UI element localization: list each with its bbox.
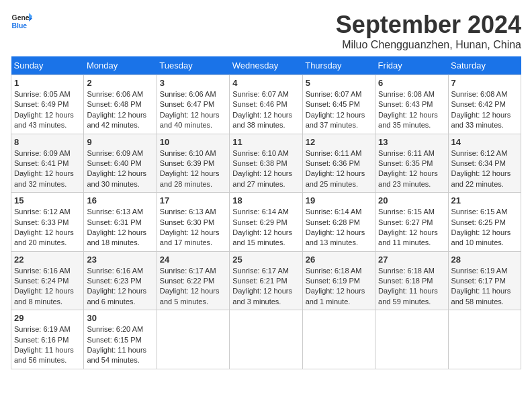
- day-info: Sunrise: 6:08 AM Sunset: 6:42 PM Dayligh…: [451, 89, 518, 131]
- day-number: 21: [451, 195, 518, 205]
- calendar-cell: 14 Sunrise: 6:12 AM Sunset: 6:34 PM Dayl…: [448, 134, 521, 193]
- calendar-cell: 29 Sunrise: 6:19 AM Sunset: 6:16 PM Dayl…: [11, 310, 84, 369]
- calendar-cell: 19 Sunrise: 6:14 AM Sunset: 6:28 PM Dayl…: [302, 193, 375, 252]
- day-number: 1: [14, 78, 81, 88]
- day-info: Sunrise: 6:15 AM Sunset: 6:25 PM Dayligh…: [451, 207, 518, 248]
- location-title: Miluo Chengguanzhen, Hunan, China: [336, 39, 521, 51]
- day-info: Sunrise: 6:09 AM Sunset: 6:41 PM Dayligh…: [14, 148, 81, 190]
- calendar-cell: 11 Sunrise: 6:10 AM Sunset: 6:38 PM Dayl…: [230, 134, 302, 193]
- day-info: Sunrise: 6:15 AM Sunset: 6:27 PM Dayligh…: [378, 207, 445, 248]
- day-info: Sunrise: 6:11 AM Sunset: 6:36 PM Dayligh…: [306, 148, 372, 190]
- day-info: Sunrise: 6:18 AM Sunset: 6:18 PM Dayligh…: [378, 266, 445, 308]
- day-number: 5: [306, 78, 372, 88]
- day-number: 6: [378, 78, 445, 88]
- day-number: 26: [306, 255, 372, 265]
- calendar-cell: 30 Sunrise: 6:20 AM Sunset: 6:15 PM Dayl…: [84, 310, 157, 369]
- day-info: Sunrise: 6:13 AM Sunset: 6:30 PM Dayligh…: [160, 207, 226, 248]
- calendar-cell: 13 Sunrise: 6:11 AM Sunset: 6:35 PM Dayl…: [375, 134, 448, 193]
- calendar-week-row: 8 Sunrise: 6:09 AM Sunset: 6:41 PM Dayli…: [11, 134, 521, 193]
- calendar-cell: 2 Sunrise: 6:06 AM Sunset: 6:48 PM Dayli…: [84, 75, 157, 134]
- weekday-header: Monday: [84, 56, 157, 75]
- day-info: Sunrise: 6:12 AM Sunset: 6:34 PM Dayligh…: [451, 148, 518, 190]
- day-number: 27: [378, 255, 445, 265]
- calendar-cell: 26 Sunrise: 6:18 AM Sunset: 6:19 PM Dayl…: [302, 251, 375, 310]
- calendar-cell: 1 Sunrise: 6:05 AM Sunset: 6:49 PM Dayli…: [11, 75, 84, 134]
- day-info: Sunrise: 6:12 AM Sunset: 6:33 PM Dayligh…: [14, 207, 81, 248]
- calendar-cell: [230, 310, 302, 369]
- day-number: 30: [87, 313, 153, 323]
- logo: General Blue: [11, 11, 32, 32]
- day-info: Sunrise: 6:14 AM Sunset: 6:29 PM Dayligh…: [232, 207, 299, 248]
- calendar-cell: 7 Sunrise: 6:08 AM Sunset: 6:42 PM Dayli…: [448, 75, 521, 134]
- day-info: Sunrise: 6:11 AM Sunset: 6:35 PM Dayligh…: [378, 148, 445, 190]
- day-number: 22: [14, 255, 81, 265]
- calendar-week-row: 22 Sunrise: 6:16 AM Sunset: 6:24 PM Dayl…: [11, 251, 521, 310]
- calendar-cell: [302, 310, 375, 369]
- day-number: 7: [451, 78, 518, 88]
- calendar-cell: 15 Sunrise: 6:12 AM Sunset: 6:33 PM Dayl…: [11, 193, 84, 252]
- calendar-cell: 24 Sunrise: 6:17 AM Sunset: 6:22 PM Dayl…: [157, 251, 229, 310]
- calendar-table: SundayMondayTuesdayWednesdayThursdayFrid…: [11, 56, 521, 369]
- svg-text:Blue: Blue: [12, 22, 28, 30]
- calendar-cell: [375, 310, 448, 369]
- day-info: Sunrise: 6:10 AM Sunset: 6:38 PM Dayligh…: [232, 148, 299, 190]
- calendar-cell: 10 Sunrise: 6:10 AM Sunset: 6:39 PM Dayl…: [157, 134, 229, 193]
- day-number: 9: [87, 137, 153, 147]
- day-number: 13: [378, 137, 445, 147]
- day-number: 10: [160, 137, 226, 147]
- day-number: 24: [160, 255, 226, 265]
- calendar-cell: 9 Sunrise: 6:09 AM Sunset: 6:40 PM Dayli…: [84, 134, 157, 193]
- day-number: 2: [87, 78, 153, 88]
- day-number: 19: [306, 195, 372, 205]
- day-info: Sunrise: 6:14 AM Sunset: 6:28 PM Dayligh…: [306, 207, 372, 248]
- weekday-header: Tuesday: [157, 56, 229, 75]
- day-info: Sunrise: 6:16 AM Sunset: 6:24 PM Dayligh…: [14, 266, 81, 308]
- day-number: 8: [14, 137, 81, 147]
- day-number: 11: [232, 137, 299, 147]
- day-info: Sunrise: 6:07 AM Sunset: 6:45 PM Dayligh…: [306, 89, 372, 131]
- day-number: 23: [87, 255, 153, 265]
- calendar-cell: 4 Sunrise: 6:07 AM Sunset: 6:46 PM Dayli…: [230, 75, 302, 134]
- weekday-header: Sunday: [11, 56, 84, 75]
- day-number: 12: [306, 137, 372, 147]
- weekday-header-row: SundayMondayTuesdayWednesdayThursdayFrid…: [11, 56, 521, 75]
- day-info: Sunrise: 6:17 AM Sunset: 6:21 PM Dayligh…: [232, 266, 299, 308]
- day-number: 16: [87, 195, 153, 205]
- day-number: 20: [378, 195, 445, 205]
- calendar-cell: 17 Sunrise: 6:13 AM Sunset: 6:30 PM Dayl…: [157, 193, 229, 252]
- calendar-cell: 22 Sunrise: 6:16 AM Sunset: 6:24 PM Dayl…: [11, 251, 84, 310]
- day-info: Sunrise: 6:05 AM Sunset: 6:49 PM Dayligh…: [14, 89, 81, 131]
- day-number: 17: [160, 195, 226, 205]
- calendar-cell: 28 Sunrise: 6:19 AM Sunset: 6:17 PM Dayl…: [448, 251, 521, 310]
- calendar-cell: [448, 310, 521, 369]
- day-number: 28: [451, 255, 518, 265]
- calendar-cell: 23 Sunrise: 6:16 AM Sunset: 6:23 PM Dayl…: [84, 251, 157, 310]
- calendar-week-row: 15 Sunrise: 6:12 AM Sunset: 6:33 PM Dayl…: [11, 193, 521, 252]
- day-info: Sunrise: 6:13 AM Sunset: 6:31 PM Dayligh…: [87, 207, 153, 248]
- day-info: Sunrise: 6:06 AM Sunset: 6:47 PM Dayligh…: [160, 89, 226, 131]
- title-area: September 2024 Miluo Chengguanzhen, Huna…: [336, 11, 521, 51]
- weekday-header: Wednesday: [230, 56, 302, 75]
- day-info: Sunrise: 6:18 AM Sunset: 6:19 PM Dayligh…: [306, 266, 372, 308]
- calendar-cell: 18 Sunrise: 6:14 AM Sunset: 6:29 PM Dayl…: [230, 193, 302, 252]
- calendar-cell: 3 Sunrise: 6:06 AM Sunset: 6:47 PM Dayli…: [157, 75, 229, 134]
- calendar-cell: 25 Sunrise: 6:17 AM Sunset: 6:21 PM Dayl…: [230, 251, 302, 310]
- calendar-week-row: 29 Sunrise: 6:19 AM Sunset: 6:16 PM Dayl…: [11, 310, 521, 369]
- day-info: Sunrise: 6:07 AM Sunset: 6:46 PM Dayligh…: [232, 89, 299, 131]
- logo-icon: General Blue: [11, 11, 32, 32]
- day-info: Sunrise: 6:10 AM Sunset: 6:39 PM Dayligh…: [160, 148, 226, 190]
- day-info: Sunrise: 6:17 AM Sunset: 6:22 PM Dayligh…: [160, 266, 226, 308]
- day-info: Sunrise: 6:19 AM Sunset: 6:16 PM Dayligh…: [14, 324, 81, 366]
- weekday-header: Friday: [375, 56, 448, 75]
- calendar-cell: 16 Sunrise: 6:13 AM Sunset: 6:31 PM Dayl…: [84, 193, 157, 252]
- day-info: Sunrise: 6:16 AM Sunset: 6:23 PM Dayligh…: [87, 266, 153, 308]
- day-number: 15: [14, 195, 81, 205]
- calendar-week-row: 1 Sunrise: 6:05 AM Sunset: 6:49 PM Dayli…: [11, 75, 521, 134]
- calendar-cell: 6 Sunrise: 6:08 AM Sunset: 6:43 PM Dayli…: [375, 75, 448, 134]
- day-info: Sunrise: 6:09 AM Sunset: 6:40 PM Dayligh…: [87, 148, 153, 190]
- calendar-cell: [157, 310, 229, 369]
- day-number: 3: [160, 78, 226, 88]
- day-number: 18: [232, 195, 299, 205]
- day-info: Sunrise: 6:20 AM Sunset: 6:15 PM Dayligh…: [87, 324, 153, 366]
- header: General Blue September 2024 Miluo Chengg…: [11, 11, 521, 51]
